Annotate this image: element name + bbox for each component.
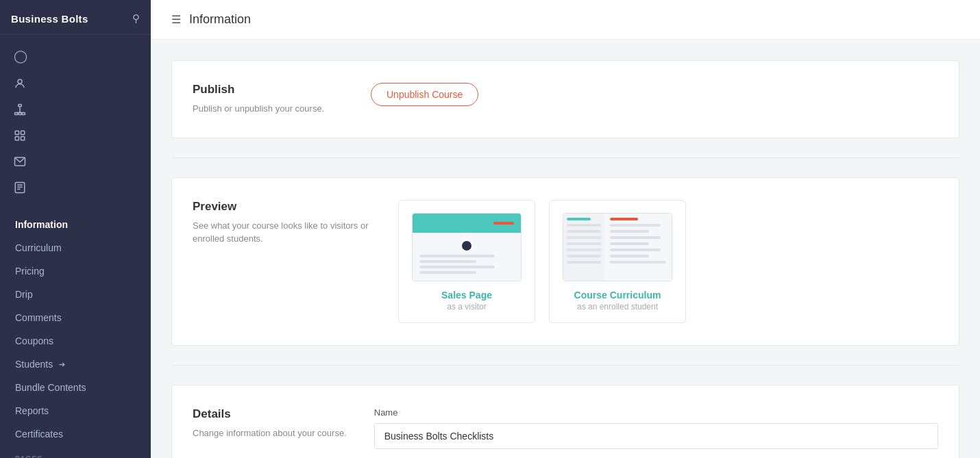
sales-page-image [412,213,522,281]
name-label: Name [374,407,938,418]
curriculum-label: Course Curriculum [562,290,673,301]
sidebar-icon-dashboard[interactable]: ◯ [0,42,151,71]
sidebar-item-reports[interactable]: Reports [0,399,151,422]
publish-description: Publish or unpublish your course. [193,102,343,116]
preview-title: Preview [193,200,371,214]
sidebar-icon-list: ◯ [0,35,151,201]
external-link-icon: ➔ [59,360,65,369]
details-title: Details [193,407,347,421]
main-content: ☰ Information Publish Publish or unpubli… [151,0,980,458]
sidebar-item-curriculum[interactable]: Curriculum [0,236,151,259]
section-divider-1 [171,157,959,158]
page-header: ☰ Information [151,0,980,40]
preview-description: See what your course looks like to visit… [193,219,371,246]
sidebar-item-comments[interactable]: Comments [0,306,151,329]
details-info: Details Change information about your co… [193,407,347,440]
preview-cards: Sales Page as a visitor [398,200,938,323]
details-description: Change information about your course. [193,427,347,440]
preview-section: Preview See what your course looks like … [171,177,959,346]
sales-page-label: Sales Page [411,290,522,301]
svg-rect-7 [15,131,19,134]
section-divider-2 [171,365,959,366]
publish-content: Unpublish Course [371,83,938,106]
publish-info: Publish Publish or unpublish your course… [193,83,343,116]
curriculum-sub: as an enrolled student [562,302,673,311]
sidebar-item-drip[interactable]: Drip [0,283,151,306]
publish-section: Publish Publish or unpublish your course… [171,60,959,138]
app-logo: Business Bolts [11,13,88,25]
sidebar-icon-hierarchy[interactable] [0,97,151,123]
sidebar-icon-mail[interactable] [0,149,151,175]
sidebar-item-coupons[interactable]: Coupons [0,329,151,353]
search-icon[interactable]: ⚲ [132,12,140,25]
publish-title: Publish [193,83,343,97]
svg-point-0 [18,79,22,84]
sidebar-header: Business Bolts ⚲ [0,0,151,35]
curriculum-card[interactable]: Course Curriculum as an enrolled student [549,200,686,323]
sidebar-icon-users[interactable] [0,71,151,97]
svg-rect-9 [15,137,19,140]
sidebar-item-bundle-contents[interactable]: Bundle Contents [0,376,151,399]
unpublish-button[interactable]: Unpublish Course [371,83,478,106]
details-section: Details Change information about your co… [171,385,959,459]
sales-page-sub: as a visitor [411,302,522,311]
sidebar-item-certificates[interactable]: Certificates [0,422,151,446]
sidebar-item-pricing[interactable]: Pricing [0,259,151,283]
preview-content: Sales Page as a visitor [398,200,938,323]
preview-info: Preview See what your course looks like … [193,200,371,246]
sales-page-card[interactable]: Sales Page as a visitor [398,200,535,323]
course-name-input[interactable] [374,423,938,449]
sidebar-item-students[interactable]: Students ➔ [0,353,151,376]
svg-rect-10 [21,137,25,140]
page-header-icon: ☰ [171,13,181,26]
sidebar-icon-book[interactable] [0,175,151,201]
details-content: Name [374,407,938,449]
svg-rect-8 [21,131,25,134]
svg-rect-1 [19,105,22,107]
curriculum-image [563,213,672,281]
sidebar-nav: Information Curriculum Pricing Drip Comm… [0,206,151,458]
sidebar: Business Bolts ⚲ ◯ Preview [0,0,151,458]
page-title: Information [189,12,251,27]
content-area: Publish Publish or unpublish your course… [151,40,980,458]
sidebar-item-information[interactable]: Information [0,213,151,236]
pages-section-label: PAGES [0,446,151,458]
sidebar-icon-grid[interactable] [0,123,151,149]
